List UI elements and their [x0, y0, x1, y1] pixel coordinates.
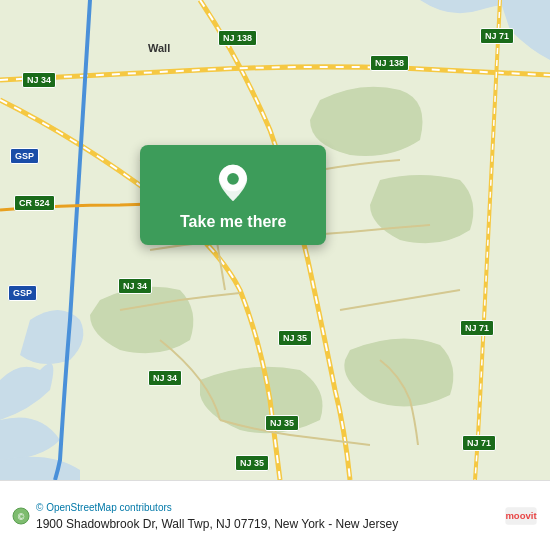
- take-me-there-button[interactable]: Take me there: [140, 145, 326, 245]
- osm-logo: ©: [12, 507, 30, 525]
- road-sign-nj138_t: NJ 138: [218, 30, 257, 46]
- address-text: © OpenStreetMap contributors 1900 Shadow…: [36, 499, 494, 533]
- svg-text:©: ©: [18, 512, 25, 522]
- road-sign-gsp_l2: GSP: [8, 285, 37, 301]
- road-sign-nj71_tr: NJ 71: [480, 28, 514, 44]
- road-sign-nj34_b: NJ 34: [148, 370, 182, 386]
- wall-place-label: Wall: [148, 42, 170, 54]
- moovit-icon: moovit: [504, 505, 538, 527]
- road-sign-nj138_tr: NJ 138: [370, 55, 409, 71]
- road-sign-nj71_mr: NJ 71: [460, 320, 494, 336]
- moovit-logo: moovit: [504, 505, 538, 527]
- address-line: 1900 Shadowbrook Dr, Wall Twp, NJ 07719,…: [36, 517, 398, 531]
- map-container: NJ 34GSPNJ 34NJ 34NJ 35NJ 35NJ 35NJ 138N…: [0, 0, 550, 480]
- osm-attribution: © OpenStreetMap contributors: [36, 502, 172, 513]
- road-sign-nj35_bb: NJ 35: [235, 455, 269, 471]
- road-sign-nj35_b: NJ 35: [265, 415, 299, 431]
- button-container: Take me there: [140, 145, 326, 245]
- svg-point-2: [227, 173, 239, 185]
- road-sign-nj34_tl: NJ 34: [22, 72, 56, 88]
- road-sign-nj35_m: NJ 35: [278, 330, 312, 346]
- road-sign-gsp_l1: GSP: [10, 148, 39, 164]
- location-pin-icon: [213, 163, 253, 203]
- road-sign-nj71_br: NJ 71: [462, 435, 496, 451]
- svg-text:moovit: moovit: [505, 510, 537, 521]
- take-me-there-label: Take me there: [180, 213, 286, 231]
- road-sign-cr524: CR 524: [14, 195, 55, 211]
- info-bar: © © OpenStreetMap contributors 1900 Shad…: [0, 480, 550, 550]
- road-sign-nj34_m: NJ 34: [118, 278, 152, 294]
